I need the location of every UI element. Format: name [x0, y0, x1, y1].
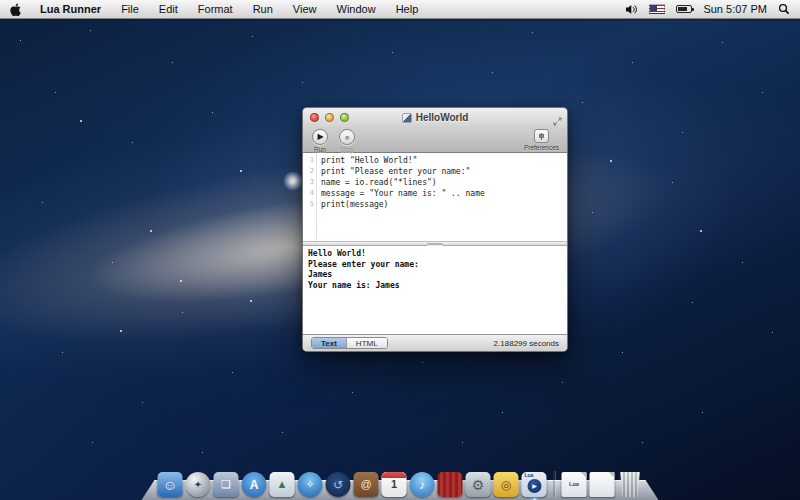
menu-item-help[interactable]: Help [386, 3, 429, 15]
run-button[interactable]: ▶ [312, 129, 328, 145]
code-line: message = "Your name is: " .. name [321, 188, 567, 199]
battery-icon[interactable] [676, 5, 692, 13]
dock-icon-system-preferences[interactable]: ⚙ [466, 472, 491, 497]
status-bar: TextHTML 2.188299 seconds [303, 334, 567, 351]
code-line: print "Hello World!" [321, 155, 567, 166]
play-icon: ▶ [317, 133, 323, 141]
line-number: 2 [303, 166, 314, 177]
dock-icon-lua-runner[interactable]: Lua▶ [522, 472, 547, 497]
glyph: A [250, 479, 259, 491]
output-line: Your name is: James [308, 281, 567, 292]
dock-icon-photo-booth[interactable] [438, 472, 463, 497]
code-line: print "Please enter your name:" [321, 166, 567, 177]
glyph: ◎ [501, 479, 511, 491]
output-mode-segmented-control: TextHTML [311, 337, 388, 349]
title-bar[interactable]: HelloWorld [303, 108, 567, 127]
document-proxy-icon[interactable] [402, 113, 412, 123]
apple-menu-icon[interactable] [10, 3, 30, 16]
code-lines: print "Hello World!"print "Please enter … [317, 153, 567, 241]
dock-icon-time-machine[interactable]: ↺ [326, 472, 351, 497]
stop-button[interactable]: ■ [339, 129, 355, 145]
stop-button-label: Stop [340, 146, 353, 153]
lua-badge: Lua [525, 473, 534, 478]
line-number: 4 [303, 188, 314, 199]
helloworld-window: HelloWorld ▶ Run ■ Stop [302, 107, 568, 352]
dock-icon-document[interactable] [590, 472, 615, 497]
code-line: name = io.read("*lines") [321, 177, 567, 188]
menu-bar: Lua Runner FileEditFormatRunViewWindowHe… [0, 0, 800, 19]
output-pane[interactable]: Hello World!Please enter your name:James… [303, 246, 567, 334]
glyph: 1 [391, 479, 397, 490]
glyph: ⚙ [472, 478, 485, 492]
line-number: 5 [303, 199, 314, 210]
dock-divider [554, 471, 555, 497]
code-line: print(message) [321, 199, 567, 210]
volume-icon[interactable] [625, 4, 638, 15]
dock-icon-launchpad[interactable]: ✦ [186, 472, 211, 497]
toolbar: ▶ Run ■ Stop Preferences [303, 127, 567, 153]
dock: ☺✦❏A▲✧↺@1♪⚙◎Lua▶Lua [142, 471, 659, 500]
line-number-gutter: 12345 [303, 153, 317, 241]
menu-item-window[interactable]: Window [327, 3, 386, 15]
preferences-button-label: Preferences [524, 144, 559, 151]
dock-icon-search-utility[interactable]: ◎ [494, 472, 519, 497]
dock-icon-contacts[interactable]: @ [354, 472, 379, 497]
line-number: 3 [303, 177, 314, 188]
menu-item-file[interactable]: File [111, 3, 149, 15]
dock-icon-itunes[interactable]: ♪ [410, 472, 435, 497]
dock-icon-mission-control[interactable]: ❏ [214, 472, 239, 497]
menu-item-edit[interactable]: Edit [149, 3, 188, 15]
play-icon: ▶ [527, 479, 541, 493]
line-number: 1 [303, 155, 314, 166]
glyph: ☺ [163, 478, 177, 492]
dock-icon-safari[interactable]: ✧ [298, 472, 323, 497]
pane-splitter[interactable] [303, 241, 567, 246]
glyph: ▲ [277, 479, 288, 490]
code-editor[interactable]: 12345 print "Hello World!"print "Please … [303, 153, 567, 241]
menu-clock[interactable]: Sun 5:07 PM [703, 3, 767, 15]
dock-icon-app-store[interactable]: A [242, 472, 267, 497]
run-button-label: Run [314, 146, 326, 153]
menu-item-run[interactable]: Run [243, 3, 283, 15]
output-line: Hello World! [308, 249, 567, 260]
dock-icon-lua-document[interactable]: Lua [562, 472, 587, 497]
output-line: James [308, 270, 567, 281]
dock-icon-preview[interactable]: ▲ [270, 472, 295, 497]
spotlight-icon[interactable] [778, 3, 790, 15]
elapsed-time: 2.188299 seconds [494, 339, 559, 348]
output-line: Please enter your name: [308, 260, 567, 271]
glyph: @ [360, 479, 371, 490]
glyph: ✧ [305, 479, 314, 490]
preferences-button[interactable] [534, 129, 549, 143]
minimize-button[interactable] [325, 113, 334, 122]
dock-icon-calendar[interactable]: 1 [382, 472, 407, 497]
zoom-button[interactable] [340, 113, 349, 122]
glyph: ✦ [194, 480, 202, 490]
bright-star [284, 172, 302, 190]
slider-icon [537, 132, 546, 141]
menu-app-name[interactable]: Lua Runner [30, 3, 111, 15]
glyph: ♪ [419, 479, 425, 491]
window-title: HelloWorld [416, 112, 469, 123]
menu-item-format[interactable]: Format [188, 3, 243, 15]
input-language-flag-icon[interactable] [649, 4, 665, 14]
glyph: ❏ [221, 479, 231, 490]
glyph: ↺ [333, 479, 343, 491]
segment-html[interactable]: HTML [347, 338, 387, 348]
glyph: Lua [569, 482, 579, 488]
dock-icon-finder[interactable]: ☺ [158, 472, 183, 497]
stop-icon: ■ [345, 134, 349, 141]
segment-text[interactable]: Text [312, 338, 347, 348]
dock-icon-trash[interactable] [618, 472, 643, 497]
menu-item-view[interactable]: View [283, 3, 327, 15]
desktop: Lua Runner FileEditFormatRunViewWindowHe… [0, 0, 800, 500]
close-button[interactable] [310, 113, 319, 122]
